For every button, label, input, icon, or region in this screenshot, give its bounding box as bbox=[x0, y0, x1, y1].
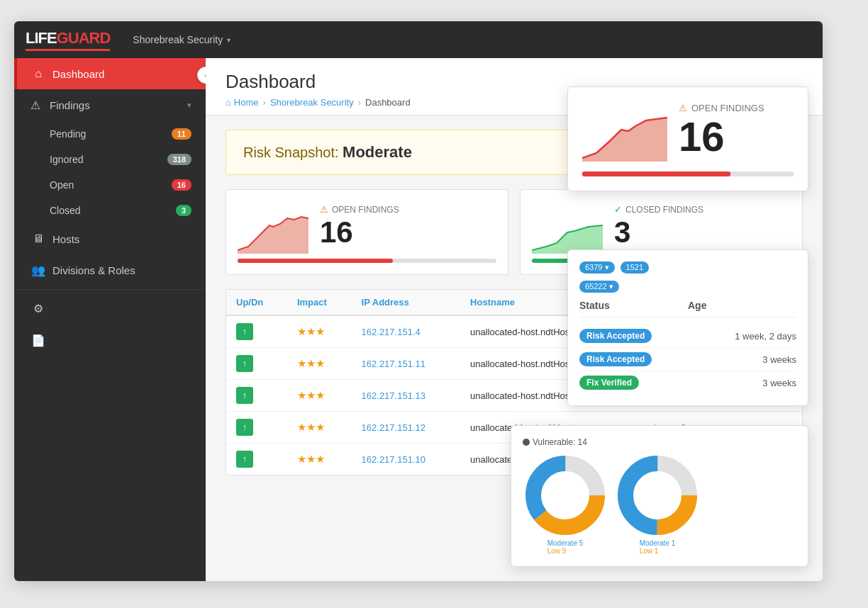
cell-status: ↑ bbox=[226, 315, 287, 348]
findings-arrow-icon: ▾ bbox=[187, 101, 191, 110]
col-ip[interactable]: IP Address bbox=[352, 290, 461, 315]
float-card-header-label: Open Findings bbox=[691, 103, 764, 113]
port-badges-row: 6379 ▾ 1521 bbox=[579, 261, 796, 274]
org-selector[interactable]: Shorebreak Security ▾ bbox=[133, 34, 230, 45]
status-badge-fix-verified: Fix Verified bbox=[579, 376, 639, 390]
cell-impact: ★★★ bbox=[287, 315, 352, 348]
status-row-3: Fix Verified 3 weeks bbox=[579, 371, 796, 394]
sidebar-item-divisions[interactable]: 👥 Divisions & Roles bbox=[14, 254, 206, 286]
up-arrow-icon: ↑ bbox=[236, 355, 253, 372]
sidebar-item-pending[interactable]: Pending 11 bbox=[50, 121, 206, 147]
settings-icon: ⚙ bbox=[31, 302, 45, 315]
sidebar-item-dashboard[interactable]: ⌂ Dashboard bbox=[14, 58, 206, 89]
sidebar-item-hosts[interactable]: 🖥 Hosts bbox=[14, 223, 206, 254]
port-badge-3: 65222 ▾ bbox=[579, 281, 619, 293]
float-card-donuts: Vulnerable: 14 bbox=[511, 425, 808, 567]
open-bar bbox=[238, 259, 393, 263]
open-findings-label: Open Findings bbox=[332, 205, 399, 215]
cell-status: ↑ bbox=[226, 444, 287, 475]
float-card-status: 6379 ▾ 1521 65222 ▾ Status Age Risk Acce… bbox=[567, 249, 808, 406]
warning-icon: ⚠ bbox=[320, 204, 328, 215]
sidebar-findings-group[interactable]: ⚠ Findings ▾ bbox=[14, 89, 206, 121]
float-card-open-findings: ⚠ Open Findings 16 bbox=[567, 86, 808, 191]
open-findings-header: ⚠ Open Findings bbox=[320, 204, 496, 215]
sidebar-item-reports[interactable]: 📄 bbox=[14, 325, 206, 356]
breadcrumb-current: Dashboard bbox=[365, 97, 411, 108]
float-chart-svg bbox=[582, 112, 667, 162]
vulnerable-text: Vulnerable: 14 bbox=[533, 437, 587, 447]
breadcrumb-sep-1: › bbox=[263, 97, 266, 108]
breadcrumb-sep-2: › bbox=[358, 97, 361, 108]
up-arrow-icon: ↑ bbox=[236, 451, 253, 468]
logo-guard: GUARD bbox=[57, 29, 111, 47]
sidebar-item-settings[interactable]: ⚙ bbox=[14, 293, 206, 325]
svg-marker-2 bbox=[582, 118, 667, 162]
sidebar-item-ignored[interactable]: Ignored 318 bbox=[50, 147, 206, 172]
main-relative: Dashboard ⌂ Home › Shorebreak Security ›… bbox=[206, 58, 823, 581]
cell-impact: ★★★ bbox=[287, 444, 352, 475]
col-updn[interactable]: Up/Dn bbox=[226, 290, 287, 315]
ip-link[interactable]: 162.217.151.4 bbox=[362, 327, 421, 337]
donut-2-container: Moderate 1 Low 1 bbox=[615, 453, 700, 555]
cell-impact: ★★★ bbox=[287, 348, 352, 380]
closed-findings-label: Closed Findings bbox=[625, 205, 703, 215]
float-warn-icon: ⚠ bbox=[679, 103, 687, 113]
status-row-1: Risk Accepted 1 week, 2 days bbox=[579, 325, 796, 348]
org-name: Shorebreak Security bbox=[133, 34, 223, 45]
sidebar-findings-sub: Pending 11 Ignored 318 Open 16 Closed 3 bbox=[14, 121, 206, 223]
cell-status: ↑ bbox=[226, 348, 287, 380]
donut1-moderate-label: Moderate 5 bbox=[547, 539, 584, 547]
donut-2-labels: Moderate 1 Low 1 bbox=[640, 539, 676, 555]
col-impact[interactable]: Impact bbox=[287, 290, 352, 315]
cell-status: ↑ bbox=[226, 380, 287, 412]
open-bar-container bbox=[238, 259, 496, 263]
svg-point-10 bbox=[634, 472, 681, 519]
closed-findings-header: ✓ Closed Findings bbox=[614, 204, 791, 215]
risk-snapshot-level: Moderate bbox=[343, 143, 412, 161]
top-nav: LIFEGUARD Shorebreak Security ▾ bbox=[14, 21, 823, 58]
breadcrumb-org-link[interactable]: Shorebreak Security bbox=[270, 97, 354, 108]
age-3: 3 weeks bbox=[645, 378, 796, 388]
port-badge-1: 6379 ▾ bbox=[579, 261, 615, 274]
float-status-header: Status Age bbox=[579, 300, 796, 317]
ignored-label: Ignored bbox=[50, 154, 160, 165]
closed-label: Closed bbox=[50, 205, 169, 216]
divisions-icon: 👥 bbox=[31, 264, 45, 277]
pending-badge: 11 bbox=[172, 128, 191, 140]
ip-link[interactable]: 162.217.151.12 bbox=[362, 422, 425, 433]
cell-ip: 162.217.151.12 bbox=[352, 412, 461, 444]
pending-label: Pending bbox=[50, 128, 165, 140]
status-badge-risk-accepted-1: Risk Accepted bbox=[579, 329, 652, 343]
float-card-header: ⚠ Open Findings bbox=[679, 103, 794, 113]
app-window: LIFEGUARD Shorebreak Security ▾ ‹ ⌂ Dash… bbox=[14, 21, 823, 581]
sidebar-item-closed[interactable]: Closed 3 bbox=[50, 198, 206, 223]
svg-marker-0 bbox=[238, 217, 308, 254]
sidebar-divisions-label: Divisions & Roles bbox=[52, 264, 191, 276]
sidebar-findings-label: Findings bbox=[50, 99, 180, 111]
sidebar-item-open[interactable]: Open 16 bbox=[50, 172, 206, 198]
main-content: Dashboard ⌂ Home › Shorebreak Security ›… bbox=[206, 58, 823, 581]
reports-icon: 📄 bbox=[31, 334, 45, 347]
ip-link[interactable]: 162.217.151.11 bbox=[362, 359, 425, 369]
port-badge-2: 1521 bbox=[621, 261, 649, 274]
sidebar-dashboard-label: Dashboard bbox=[52, 68, 191, 80]
ip-link[interactable]: 162.217.151.13 bbox=[362, 390, 425, 401]
float-bar bbox=[582, 171, 730, 176]
closed-badge: 3 bbox=[176, 205, 191, 216]
breadcrumb-home-label: Home bbox=[234, 97, 259, 108]
open-label: Open bbox=[50, 179, 165, 191]
logo: LIFEGUARD bbox=[26, 29, 110, 51]
cell-ip: 162.217.151.4 bbox=[352, 315, 461, 348]
ip-link[interactable]: 162.217.151.10 bbox=[362, 454, 425, 465]
donut-chart-2 bbox=[615, 453, 700, 538]
cell-ip: 162.217.151.10 bbox=[352, 444, 461, 475]
cell-ip: 162.217.151.13 bbox=[352, 380, 461, 412]
stat-card-open: ⚠ Open Findings 16 bbox=[226, 189, 508, 275]
cell-impact: ★★★ bbox=[287, 412, 352, 444]
breadcrumb-home-link[interactable]: ⌂ Home bbox=[226, 97, 259, 108]
cell-impact: ★★★ bbox=[287, 380, 352, 412]
col-status-label: Status bbox=[579, 300, 688, 311]
sidebar-divider bbox=[14, 289, 206, 290]
closed-findings-number: 3 bbox=[614, 218, 791, 247]
check-icon: ✓ bbox=[614, 204, 622, 215]
